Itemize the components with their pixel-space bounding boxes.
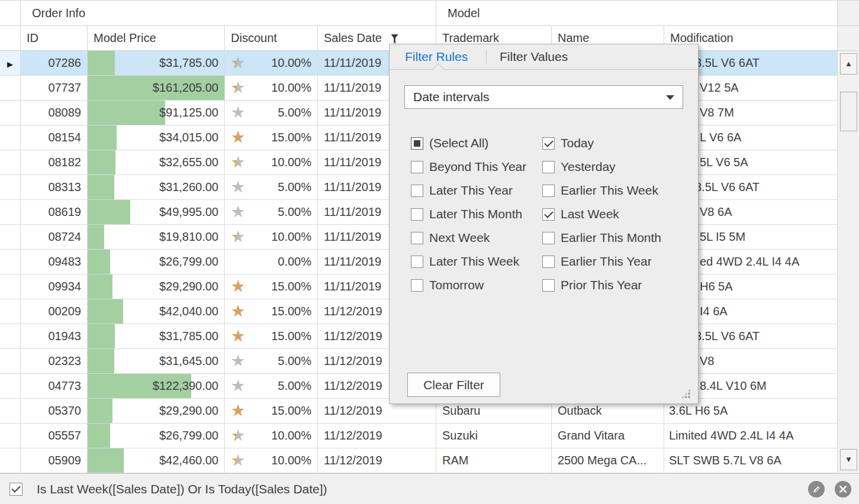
column-header-id[interactable]: ID: [21, 26, 88, 51]
cell-model-price[interactable]: $32,655.00: [88, 150, 225, 175]
cell-id[interactable]: 05557: [21, 424, 88, 448]
cell-id[interactable]: 02323: [21, 349, 88, 374]
cell-id[interactable]: 08089: [21, 101, 88, 125]
cell-id[interactable]: 01943: [21, 324, 88, 349]
cell-id[interactable]: 08313: [21, 175, 88, 200]
cell-id[interactable]: 08619: [21, 200, 88, 225]
band-header-model[interactable]: Model: [436, 1, 838, 26]
filter-option-today[interactable]: Today: [542, 131, 661, 155]
scroll-thumb[interactable]: [840, 92, 857, 131]
row-indicator-cell[interactable]: [0, 250, 21, 274]
filter-option-prior-this-year[interactable]: Prior This Year: [542, 273, 661, 297]
cell-model-price[interactable]: $31,785.00: [88, 324, 225, 349]
cell-name[interactable]: Grand Vitara: [552, 424, 664, 448]
filter-option-earlier-this-year[interactable]: Earlier This Year: [542, 250, 661, 273]
cell-model-price[interactable]: $91,125.00: [88, 101, 225, 125]
row-indicator-cell[interactable]: [0, 324, 21, 349]
row-indicator-cell[interactable]: [0, 150, 21, 175]
checkbox[interactable]: [542, 232, 555, 244]
scroll-down-button[interactable]: ▼: [840, 449, 857, 470]
cell-discount[interactable]: ★★5.00%: [225, 200, 318, 225]
cell-id[interactable]: 08154: [21, 125, 88, 150]
cell-model-price[interactable]: $49,995.00: [88, 200, 225, 225]
cell-id[interactable]: 05909: [21, 448, 88, 473]
cell-model-price[interactable]: $42,460.00: [88, 448, 225, 473]
filter-kind-dropdown[interactable]: Date intervals: [404, 85, 683, 109]
tab-filter-values[interactable]: Filter Values: [500, 44, 568, 69]
cell-discount[interactable]: ★★10.00%: [225, 150, 318, 175]
checkbox[interactable]: [411, 279, 423, 292]
checkbox[interactable]: [542, 208, 555, 221]
row-indicator-cell[interactable]: [0, 175, 21, 200]
close-filter-icon[interactable]: [835, 481, 851, 497]
checkbox[interactable]: [542, 185, 555, 197]
vertical-scrollbar[interactable]: ▲ ▼: [838, 51, 859, 473]
resize-grip[interactable]: [681, 389, 691, 399]
filter-option-select-all[interactable]: (Select All): [411, 131, 526, 155]
column-header-model-price[interactable]: Model Price: [88, 26, 225, 51]
row-indicator-cell[interactable]: [0, 299, 21, 324]
clear-filter-button[interactable]: Clear Filter: [407, 373, 500, 397]
row-indicator-cell[interactable]: [0, 101, 21, 125]
cell-discount[interactable]: ★★5.00%: [225, 374, 318, 399]
filter-option-tomorrow[interactable]: Tomorrow: [411, 273, 526, 297]
cell-discount[interactable]: ★★10.00%: [225, 51, 318, 76]
cell-discount[interactable]: ★★15.00%: [225, 399, 318, 424]
row-indicator-cell[interactable]: [0, 225, 21, 250]
cell-discount[interactable]: ★★15.00%: [225, 274, 318, 299]
cell-discount[interactable]: ★★15.00%: [225, 125, 318, 150]
edit-filter-icon[interactable]: [808, 481, 825, 497]
cell-discount[interactable]: ★★5.00%: [225, 101, 318, 125]
filter-option-later-this-year[interactable]: Later This Year: [411, 179, 526, 202]
filter-enabled-checkbox[interactable]: [9, 483, 22, 496]
cell-trademark[interactable]: Suzuki: [436, 424, 552, 448]
cell-model-price[interactable]: $19,810.00: [88, 225, 225, 250]
cell-trademark[interactable]: RAM: [436, 448, 552, 473]
cell-id[interactable]: 05370: [21, 399, 88, 424]
cell-id[interactable]: 04773: [21, 374, 88, 399]
cell-id[interactable]: 09483: [21, 250, 88, 274]
filter-option-later-this-month[interactable]: Later This Month: [411, 202, 526, 226]
cell-model-price[interactable]: $29,290.00: [88, 399, 225, 424]
cell-name[interactable]: 2500 Mega CA...: [552, 448, 664, 473]
cell-id[interactable]: 08182: [21, 150, 88, 175]
cell-model-price[interactable]: $42,040.00: [88, 299, 225, 324]
cell-sales-date[interactable]: 11/12/2019: [318, 448, 436, 473]
cell-sales-date[interactable]: 11/12/2019: [318, 424, 436, 448]
checkbox[interactable]: [411, 137, 423, 150]
cell-modification[interactable]: SLT SWB 5.7L V8 6A: [664, 448, 838, 473]
cell-model-price[interactable]: $29,290.00: [88, 274, 225, 299]
cell-model-price[interactable]: $31,645.00: [88, 349, 225, 374]
filter-option-yesterday[interactable]: Yesterday: [542, 155, 661, 179]
band-header-order-info[interactable]: Order Info: [21, 1, 436, 26]
row-indicator-cell[interactable]: [0, 349, 21, 374]
cell-model-price[interactable]: $31,785.00: [88, 51, 225, 76]
cell-id[interactable]: 00209: [21, 299, 88, 324]
cell-id[interactable]: 09934: [21, 274, 88, 299]
table-row[interactable]: 05909$42,460.00★★10.00%11/12/2019RAM2500…: [0, 448, 838, 473]
row-indicator-cell[interactable]: [0, 76, 21, 101]
cell-model-price[interactable]: $31,260.00: [88, 175, 225, 200]
cell-model-price[interactable]: $122,390.00: [88, 374, 225, 399]
cell-discount[interactable]: ★★10.00%: [225, 76, 318, 101]
cell-discount[interactable]: ★★5.00%: [225, 175, 318, 200]
scroll-up-button[interactable]: ▲: [840, 53, 857, 75]
column-header-discount[interactable]: Discount: [225, 26, 318, 51]
cell-discount[interactable]: 0.00%: [225, 250, 318, 274]
row-indicator-cell[interactable]: [0, 125, 21, 150]
cell-model-price[interactable]: $26,799.00: [88, 424, 225, 448]
filter-option-last-week[interactable]: Last Week: [542, 202, 661, 226]
checkbox[interactable]: [411, 208, 423, 221]
filter-option-earlier-this-week[interactable]: Earlier This Week: [542, 179, 661, 202]
row-indicator-cell[interactable]: ▶: [0, 51, 21, 76]
cell-discount[interactable]: ★★15.00%: [225, 299, 318, 324]
checkbox[interactable]: [542, 256, 555, 268]
cell-model-price[interactable]: $26,799.00: [88, 250, 225, 274]
row-indicator-cell[interactable]: [0, 374, 21, 399]
filter-option-later-this-week[interactable]: Later This Week: [411, 250, 526, 273]
checkbox[interactable]: [411, 256, 423, 268]
filter-option-beyond-this-year[interactable]: Beyond This Year: [411, 155, 526, 179]
filter-expression-text[interactable]: Is Last Week([Sales Date]) Or Is Today([…: [37, 482, 327, 496]
row-indicator-cell[interactable]: [0, 274, 21, 299]
cell-discount[interactable]: ★★10.00%: [225, 424, 318, 448]
